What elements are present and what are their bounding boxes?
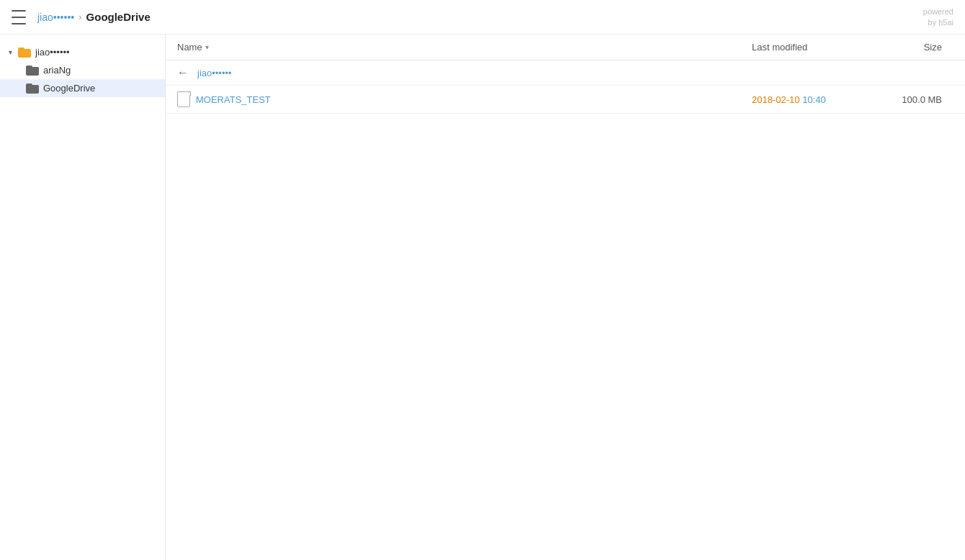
- content-area: Name ▾ Last modified Size ← jiao•••••• M…: [166, 35, 965, 560]
- sidebar-item-googledrive[interactable]: GoogleDrive: [0, 79, 165, 97]
- powered-by-label: powered by h5ai: [923, 6, 953, 28]
- folder-icon: [26, 83, 39, 94]
- back-navigation-row[interactable]: ← jiao••••••: [166, 60, 965, 86]
- back-arrow-icon[interactable]: ←: [177, 66, 189, 79]
- sidebar-item-ariang[interactable]: ariaNg: [0, 61, 165, 79]
- file-date-part: 2018-02-10: [752, 94, 800, 105]
- folder-icon: [18, 48, 31, 58]
- top-bar: jiao•••••• › GoogleDrive powered by h5ai: [0, 0, 965, 35]
- sidebar-item-googledrive-label: GoogleDrive: [43, 83, 95, 94]
- chevron-down-icon: ▾: [9, 48, 12, 56]
- sidebar-root-label: jiao••••••: [35, 47, 70, 58]
- column-headers: Name ▾ Last modified Size: [166, 35, 965, 60]
- file-time-part: 10:40: [802, 94, 826, 105]
- sidebar-root-item[interactable]: ▾ jiao••••••: [0, 43, 165, 61]
- folder-icon: [26, 66, 39, 76]
- breadcrumb-chevron-icon: ›: [78, 12, 81, 22]
- table-row[interactable]: MOERATS_TEST 2018-02-10 10:40 100.0 MB: [166, 86, 965, 114]
- col-name-header[interactable]: Name ▾: [177, 42, 752, 53]
- sort-arrow-icon: ▾: [205, 43, 209, 51]
- breadcrumb-user[interactable]: jiao••••••: [37, 12, 74, 23]
- col-size-header: Size: [881, 42, 953, 53]
- sidebar-item-ariang-label: ariaNg: [43, 65, 71, 76]
- main-layout: ▾ jiao•••••• ariaNg GoogleDrive Name ▾ L…: [0, 35, 965, 560]
- file-icon: [177, 91, 190, 107]
- menu-icon[interactable]: [12, 10, 26, 24]
- back-dir-name: jiao••••••: [197, 68, 232, 78]
- file-date: 2018-02-10 10:40: [752, 94, 881, 105]
- file-name: MOERATS_TEST: [196, 94, 752, 105]
- breadcrumb: jiao•••••• › GoogleDrive: [37, 11, 151, 23]
- col-last-modified-header: Last modified: [752, 42, 881, 53]
- file-size: 100.0 MB: [881, 94, 953, 105]
- breadcrumb-current-folder: GoogleDrive: [86, 11, 151, 23]
- sidebar: ▾ jiao•••••• ariaNg GoogleDrive: [0, 35, 166, 560]
